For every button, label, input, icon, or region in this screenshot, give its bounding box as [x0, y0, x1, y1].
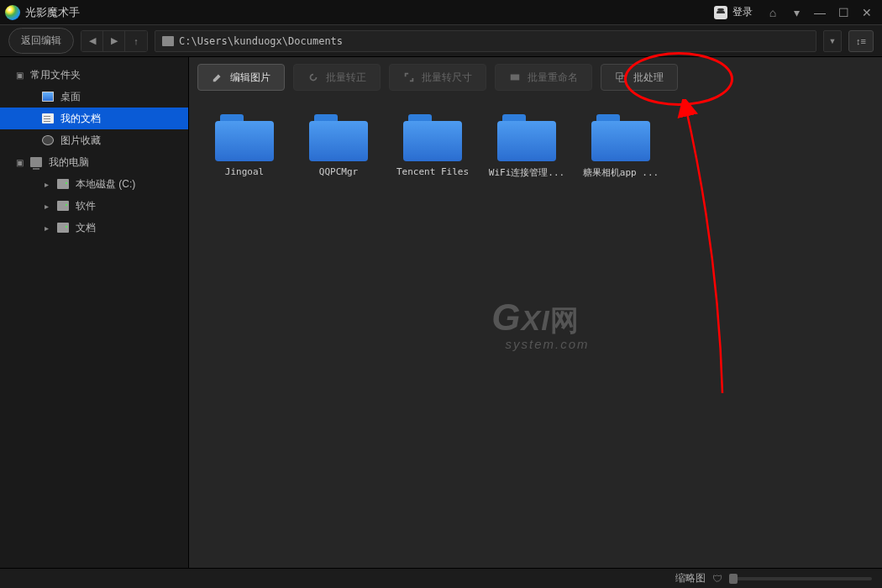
back-to-edit-button[interactable]: 返回编辑: [8, 28, 74, 54]
nav-up-button[interactable]: ↑: [125, 31, 147, 51]
path-dropdown-button[interactable]: ▼: [823, 30, 842, 52]
action-row: 编辑图片 批量转正 批量转尺寸 批量重命名 批处理: [189, 57, 882, 97]
maximize-button[interactable]: ☐: [833, 4, 853, 21]
nav-back-button[interactable]: ◀: [81, 31, 103, 51]
folder-item[interactable]: Jingoal: [197, 114, 291, 179]
batch-rotate-button[interactable]: 批量转正: [293, 64, 381, 91]
avatar-icon: [714, 6, 727, 19]
path-text: C:\Users\kunduogx\Documents: [179, 35, 343, 47]
nav-arrow-group: ◀ ▶ ↑: [81, 30, 148, 52]
sidebar-item-disk-c[interactable]: ▸ 本地磁盘 (C:): [0, 173, 188, 195]
thumbnail-size-slider[interactable]: [729, 577, 872, 580]
batch-resize-button[interactable]: 批量转尺寸: [389, 64, 486, 91]
login-button[interactable]: 登录: [707, 3, 759, 21]
folder-item[interactable]: Tencent Files: [386, 114, 480, 179]
sidebar-item-desktop[interactable]: 桌面: [0, 86, 188, 108]
folder-grid: Jingoal QQPCMgr Tencent Files WiFi连接管理..…: [189, 97, 882, 568]
sidebar-item-label: 图片收藏: [60, 134, 101, 148]
nav-forward-button[interactable]: ▶: [103, 31, 125, 51]
path-input[interactable]: C:\Users\kunduogx\Documents: [155, 30, 816, 52]
disk-icon: [57, 201, 69, 211]
minimize-button[interactable]: —: [810, 4, 830, 21]
titlebar: 光影魔术手 登录 ⌂ ▾ — ☐ ✕: [0, 0, 882, 25]
button-label: 编辑图片: [230, 71, 270, 85]
folder-icon: [215, 114, 274, 161]
button-label: 批量重命名: [528, 71, 578, 85]
watermark-g: G: [491, 296, 521, 337]
app-title: 光影魔术手: [25, 5, 80, 20]
folder-label: WiFi连接管理...: [489, 166, 564, 179]
watermark-sub: system.com: [505, 336, 589, 350]
folder-icon: [403, 114, 462, 161]
document-icon: [42, 113, 54, 123]
shield-icon: 🛡: [712, 573, 722, 585]
folder-label: QQPCMgr: [319, 166, 358, 177]
batch-rename-button[interactable]: 批量重命名: [495, 64, 592, 91]
folder-label: Tencent Files: [396, 166, 469, 177]
disk-icon: [162, 36, 174, 46]
watermark-net: 网: [550, 303, 580, 335]
rename-icon: [509, 71, 521, 83]
rotate-icon: [307, 71, 319, 83]
slider-thumb[interactable]: [729, 574, 738, 584]
computer-icon: [30, 157, 42, 167]
folder-item[interactable]: 糖果相机app ...: [574, 114, 668, 179]
edit-image-button[interactable]: 编辑图片: [197, 64, 285, 91]
sidebar-item-documents[interactable]: ▸ 文档: [0, 217, 188, 239]
login-label: 登录: [732, 5, 753, 19]
folder-label: 糖果相机app ...: [583, 166, 659, 179]
sidebar-item-favorites[interactable]: 图片收藏: [0, 129, 188, 151]
favorites-icon: [42, 135, 54, 145]
batch-icon: [615, 71, 627, 83]
sidebar: ▣ 常用文件夹 桌面 我的文档 图片收藏 ▣ 我的电脑 ▸ 本地磁盘 (C:) …: [0, 57, 189, 568]
button-label: 批量转尺寸: [422, 71, 472, 85]
folder-item[interactable]: WiFi连接管理...: [480, 114, 574, 179]
folder-label: Jingoal: [225, 166, 264, 177]
sidebar-item-label: 文档: [76, 221, 96, 235]
sidebar-item-label: 桌面: [60, 90, 81, 104]
collapse-icon: ▣: [15, 71, 24, 80]
pathbar: 返回编辑 ◀ ▶ ↑ C:\Users\kunduogx\Documents ▼…: [0, 25, 882, 57]
button-label: 批处理: [633, 71, 664, 85]
main-panel: 编辑图片 批量转正 批量转尺寸 批量重命名 批处理 Jingoal: [189, 57, 882, 568]
sidebar-group-label: 我的电脑: [49, 155, 89, 170]
sidebar-item-software[interactable]: ▸ 软件: [0, 195, 188, 217]
home-button[interactable]: ⌂: [763, 4, 783, 21]
expand-icon: ▸: [42, 223, 50, 233]
app-logo-icon: [5, 5, 20, 20]
button-label: 批量转正: [326, 71, 366, 85]
expand-icon: ▸: [42, 202, 50, 211]
settings-button[interactable]: ▾: [786, 4, 806, 21]
sidebar-group-my-computer[interactable]: ▣ 我的电脑: [0, 151, 188, 173]
sidebar-group-label: 常用文件夹: [30, 68, 81, 82]
collapse-icon: ▣: [15, 158, 24, 167]
sidebar-item-label: 软件: [76, 199, 96, 213]
desktop-icon: [42, 92, 54, 102]
pencil-icon: [212, 71, 223, 83]
sort-button[interactable]: ↕≡: [848, 30, 874, 52]
sidebar-item-my-documents[interactable]: 我的文档: [0, 108, 188, 129]
sidebar-group-common-folders[interactable]: ▣ 常用文件夹: [0, 64, 188, 86]
folder-icon: [591, 114, 650, 161]
watermark: GXI网 system.com: [481, 296, 589, 350]
sidebar-item-label: 本地磁盘 (C:): [76, 177, 135, 192]
sidebar-item-label: 我的文档: [60, 112, 101, 126]
folder-icon: [309, 114, 368, 161]
resize-icon: [403, 71, 415, 83]
folder-item[interactable]: QQPCMgr: [291, 114, 386, 179]
thumbnail-label: 缩略图: [675, 571, 706, 585]
close-button[interactable]: ✕: [857, 4, 877, 21]
disk-icon: [57, 179, 69, 189]
batch-process-button[interactable]: 批处理: [601, 64, 678, 91]
disk-icon: [57, 223, 69, 233]
watermark-xi: XI: [522, 303, 550, 335]
expand-icon: ▸: [42, 180, 50, 189]
folder-icon: [497, 114, 556, 161]
statusbar: 缩略图 🛡: [0, 568, 882, 588]
